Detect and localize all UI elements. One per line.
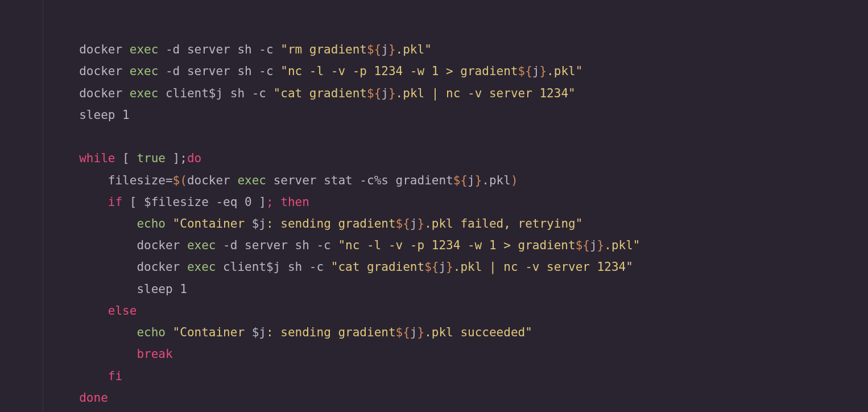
code-token bbox=[274, 195, 281, 209]
code-token: } bbox=[418, 217, 425, 230]
code-editor-content[interactable]: docker exec -d server sh -c "rm gradient… bbox=[43, 0, 640, 412]
code-token: : sending gradient bbox=[266, 217, 396, 230]
code-token: "nc -l -v -p 1234 -w 1 > gradient bbox=[280, 64, 518, 78]
code-token: filesize= bbox=[108, 174, 173, 187]
code-token: exec bbox=[130, 43, 159, 56]
code-line[interactable]: done bbox=[43, 409, 640, 412]
indent bbox=[43, 174, 108, 187]
code-token: "Container bbox=[173, 217, 252, 230]
indent bbox=[43, 195, 108, 209]
code-token: .pkl succeeded" bbox=[424, 326, 532, 339]
code-token: exec bbox=[187, 260, 216, 274]
code-token: j bbox=[590, 238, 597, 252]
code-token: exec bbox=[237, 174, 266, 187]
code-line[interactable]: break bbox=[43, 343, 640, 365]
code-token: j bbox=[381, 43, 388, 56]
code-token: } bbox=[418, 326, 425, 339]
code-line[interactable]: docker exec client$j sh -c "cat gradient… bbox=[43, 256, 640, 278]
code-token: $j bbox=[252, 326, 266, 339]
code-line[interactable]: while [ true ];do bbox=[43, 147, 640, 169]
code-token: .pkl" bbox=[547, 64, 582, 78]
code-line[interactable]: sleep 1 bbox=[43, 278, 640, 300]
code-token: client$j sh -c bbox=[216, 260, 330, 274]
code-token: sleep 1 bbox=[137, 282, 187, 296]
code-line[interactable]: docker exec -d server sh -c "rm gradient… bbox=[43, 39, 640, 60]
code-token: server stat -c%s gradient bbox=[266, 174, 453, 187]
code-token: .pkl" bbox=[396, 43, 432, 56]
indent bbox=[43, 391, 79, 405]
code-token: .pkl | nc -v server 1234" bbox=[396, 86, 576, 100]
code-token: ; bbox=[266, 195, 274, 209]
code-token: true bbox=[137, 151, 166, 165]
code-token: ${ bbox=[424, 260, 439, 274]
code-token: [ bbox=[115, 151, 137, 165]
indent bbox=[43, 260, 137, 274]
code-token: j bbox=[410, 217, 418, 230]
indent bbox=[43, 151, 79, 165]
code-token: -d server sh -c bbox=[216, 238, 338, 252]
code-token: } bbox=[475, 174, 482, 187]
code-token: client$j sh -c bbox=[158, 86, 273, 100]
code-token: } bbox=[597, 238, 605, 252]
code-line[interactable]: done bbox=[43, 387, 640, 409]
code-token: then bbox=[280, 195, 309, 209]
code-line[interactable]: sleep 1 bbox=[43, 104, 640, 126]
indent bbox=[43, 238, 137, 252]
code-token: while bbox=[79, 151, 115, 165]
line-number-gutter bbox=[0, 0, 43, 412]
code-line[interactable]: echo "Container $j: sending gradient${j}… bbox=[43, 213, 640, 234]
code-token: j bbox=[532, 64, 540, 78]
code-token: $j bbox=[252, 217, 266, 230]
code-token: docker bbox=[187, 174, 238, 187]
code-token: .pkl bbox=[482, 174, 511, 187]
indent bbox=[43, 108, 79, 122]
indent bbox=[43, 64, 79, 78]
indent bbox=[43, 282, 137, 296]
code-token: ${ bbox=[453, 174, 468, 187]
code-token: docker bbox=[79, 86, 130, 100]
code-token: ${ bbox=[518, 64, 532, 78]
code-token: exec bbox=[130, 86, 159, 100]
code-token: done bbox=[79, 391, 108, 405]
code-token: "nc -l -v -p 1234 -w 1 > gradient bbox=[338, 238, 575, 252]
code-token: "cat gradient bbox=[331, 260, 424, 274]
code-line[interactable]: docker exec -d server sh -c "nc -l -v -p… bbox=[43, 234, 640, 256]
code-line[interactable]: if [ $filesize -eq 0 ]; then bbox=[43, 191, 640, 213]
code-line[interactable] bbox=[43, 126, 640, 147]
code-token: } bbox=[446, 260, 453, 274]
code-token: j bbox=[410, 326, 418, 339]
code-token: .pkl" bbox=[604, 238, 640, 252]
code-token: ) bbox=[511, 174, 518, 187]
indent bbox=[43, 86, 79, 100]
code-token: "cat gradient bbox=[274, 86, 367, 100]
code-line[interactable]: fi bbox=[43, 365, 640, 387]
code-token: [ $filesize -eq 0 ] bbox=[122, 195, 266, 209]
code-token: -d server sh -c bbox=[158, 43, 280, 56]
code-token: fi bbox=[108, 369, 122, 383]
code-line[interactable]: docker exec client$j sh -c "cat gradient… bbox=[43, 83, 640, 104]
indent bbox=[43, 326, 137, 339]
code-token: ${ bbox=[367, 43, 381, 56]
code-token: ${ bbox=[396, 326, 410, 339]
indent bbox=[43, 369, 108, 383]
code-token: j bbox=[468, 174, 475, 187]
code-line[interactable]: else bbox=[43, 300, 640, 322]
code-token: ${ bbox=[576, 238, 590, 252]
code-token: exec bbox=[187, 238, 216, 252]
code-token: echo bbox=[137, 217, 166, 230]
code-token: exec bbox=[130, 64, 159, 78]
indent bbox=[43, 217, 137, 230]
code-line[interactable]: echo "Container $j: sending gradient${j}… bbox=[43, 322, 640, 343]
code-token: break bbox=[137, 347, 172, 361]
indent bbox=[43, 304, 108, 318]
code-token: : sending gradient bbox=[266, 326, 396, 339]
code-token bbox=[166, 326, 173, 339]
code-token: "rm gradient bbox=[280, 43, 367, 56]
code-line[interactable]: filesize=$(docker exec server stat -c%s … bbox=[43, 170, 640, 191]
code-token: docker bbox=[137, 238, 187, 252]
code-token: } bbox=[539, 64, 547, 78]
code-token: $( bbox=[173, 174, 187, 187]
code-token: else bbox=[108, 304, 137, 318]
code-line[interactable]: docker exec -d server sh -c "nc -l -v -p… bbox=[43, 60, 640, 82]
code-token: sleep 1 bbox=[79, 108, 130, 122]
